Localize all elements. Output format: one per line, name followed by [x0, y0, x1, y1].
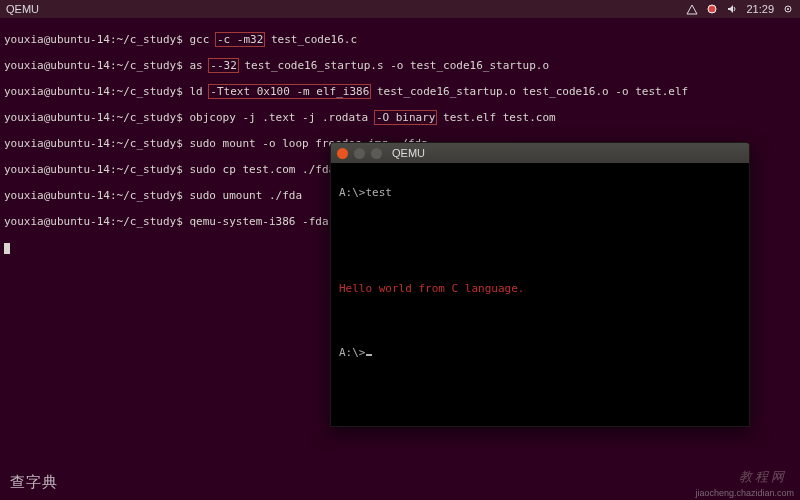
- sound-icon[interactable]: [726, 3, 738, 15]
- terminal-line: youxia@ubuntu-14:~/c_study$ as --32 test…: [4, 59, 796, 72]
- prompt: youxia@ubuntu-14:~/c_study$: [4, 33, 189, 46]
- qemu-screen[interactable]: A:\>test Hello world from C language. A:…: [331, 163, 749, 426]
- network-icon[interactable]: [686, 3, 698, 15]
- prompt: youxia@ubuntu-14:~/c_study$: [4, 137, 189, 150]
- qemu-line: A:\>: [339, 345, 741, 361]
- cmd-highlight: --32: [208, 58, 239, 73]
- clock[interactable]: 21:29: [746, 3, 774, 15]
- watermark: 教 程 网: [739, 468, 785, 486]
- cmd: sudo cp test.com ./fda: [189, 163, 335, 176]
- cmd-highlight: -Ttext 0x100 -m elf_i386: [208, 84, 371, 99]
- svg-point-0: [708, 5, 716, 13]
- close-icon[interactable]: [337, 148, 348, 159]
- qemu-line: [339, 249, 741, 265]
- gear-icon[interactable]: [782, 3, 794, 15]
- qemu-title: QEMU: [392, 147, 425, 159]
- window-title: QEMU: [6, 3, 686, 15]
- cmd: gcc: [189, 33, 216, 46]
- terminal-line: youxia@ubuntu-14:~/c_study$ ld -Ttext 0x…: [4, 85, 796, 98]
- watermark: 查字典: [10, 473, 58, 492]
- prompt: youxia@ubuntu-14:~/c_study$: [4, 215, 189, 228]
- cmd: ld: [189, 85, 209, 98]
- cmd: as: [189, 59, 209, 72]
- qemu-line: A:\>test: [339, 185, 741, 201]
- cmd-highlight: -O binary: [374, 110, 438, 125]
- prompt: youxia@ubuntu-14:~/c_study$: [4, 189, 189, 202]
- prompt: youxia@ubuntu-14:~/c_study$: [4, 85, 189, 98]
- menubar: QEMU 21:29: [0, 0, 800, 18]
- qemu-output: Hello world from C language.: [339, 281, 741, 297]
- prompt: youxia@ubuntu-14:~/c_study$: [4, 111, 189, 124]
- prompt: youxia@ubuntu-14:~/c_study$: [4, 59, 189, 72]
- cursor: [366, 354, 372, 356]
- cmd: test_code16.c: [264, 33, 357, 46]
- watermark: jiaocheng.chazidian.com: [695, 488, 794, 498]
- minimize-icon[interactable]: [354, 148, 365, 159]
- cmd: test.elf test.com: [436, 111, 555, 124]
- terminal-line: youxia@ubuntu-14:~/c_study$ gcc -c -m32 …: [4, 33, 796, 46]
- prompt: youxia@ubuntu-14:~/c_study$: [4, 163, 189, 176]
- cmd: test_code16_startup.s -o test_code16_sta…: [238, 59, 549, 72]
- cmd: sudo umount ./fda: [189, 189, 302, 202]
- terminal-line: youxia@ubuntu-14:~/c_study$ objcopy -j .…: [4, 111, 796, 124]
- updates-icon[interactable]: [706, 3, 718, 15]
- qemu-window[interactable]: QEMU A:\>test Hello world from C languag…: [330, 142, 750, 427]
- status-area: 21:29: [686, 3, 794, 15]
- qemu-line: [339, 217, 741, 233]
- cmd: test_code16_startup.o test_code16.o -o t…: [370, 85, 688, 98]
- cursor: [4, 243, 10, 254]
- maximize-icon[interactable]: [371, 148, 382, 159]
- qemu-prompt: A:\>: [339, 346, 366, 359]
- cmd-highlight: -c -m32: [215, 32, 265, 47]
- cmd: objcopy -j .text -j .rodata: [189, 111, 374, 124]
- qemu-titlebar[interactable]: QEMU: [331, 143, 749, 163]
- qemu-line: [339, 313, 741, 329]
- svg-point-2: [787, 8, 789, 10]
